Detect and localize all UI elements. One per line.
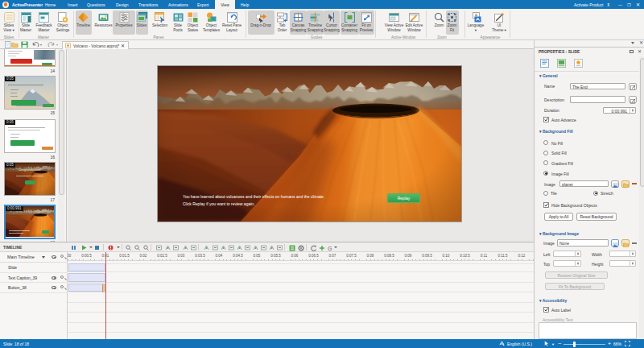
- svg-text:G: G: [328, 245, 332, 251]
